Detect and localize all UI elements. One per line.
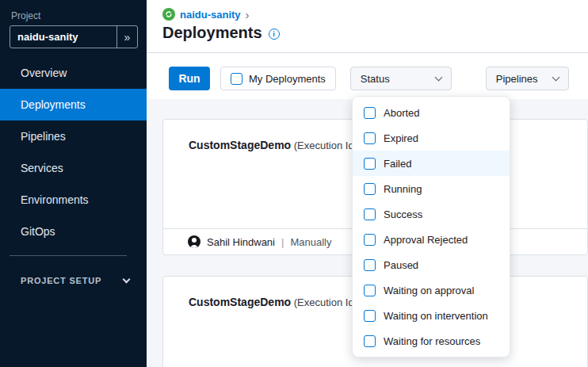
sidebar-item-label: Deployments	[21, 98, 86, 111]
status-option-label: Waiting on intervention	[384, 310, 488, 322]
checkbox-icon[interactable]	[364, 310, 376, 322]
run-button[interactable]: Run	[169, 67, 210, 90]
status-option-label: Paused	[384, 259, 418, 271]
sidebar-item-gitops[interactable]: GitOps	[0, 216, 147, 247]
chevron-down-icon	[552, 73, 559, 81]
sidebar-item-label: GitOps	[21, 225, 55, 238]
status-option-label: Approval Rejected	[384, 234, 468, 246]
status-option[interactable]: Waiting for resources	[353, 328, 510, 354]
project-setup-toggle[interactable]: PROJECT SETUP	[21, 276, 129, 285]
status-option[interactable]: Success	[353, 201, 510, 227]
pipeline-name: CustomStageDemo	[189, 296, 291, 308]
status-option-label: Failed	[384, 158, 411, 170]
checkbox-icon[interactable]	[364, 234, 376, 246]
status-option[interactable]: Approval Rejected	[353, 227, 510, 252]
pipelines-dropdown[interactable]: Pipelines	[486, 67, 569, 90]
project-selector[interactable]: naidu-sanity »	[10, 25, 138, 48]
my-deployments-filter[interactable]: My Deployments	[220, 67, 336, 90]
status-option[interactable]: Running	[353, 176, 510, 201]
sidebar-item-deployments[interactable]: Deployments	[0, 89, 147, 120]
checkbox-icon[interactable]	[364, 107, 376, 119]
status-option-label: Running	[384, 183, 422, 195]
checkbox-icon[interactable]	[364, 183, 376, 195]
project-label: Project	[11, 10, 40, 21]
sidebar-item-pipelines[interactable]: Pipelines	[0, 120, 147, 152]
chevron-down-icon	[123, 275, 131, 283]
status-option[interactable]: Paused	[353, 252, 510, 277]
sidebar-nav: Overview Deployments Pipelines Services …	[0, 57, 147, 247]
my-deployments-label: My Deployments	[249, 73, 326, 85]
status-option-label: Success	[384, 208, 422, 220]
pipeline-name: CustomStageDemo	[189, 139, 291, 151]
checkbox-icon[interactable]	[364, 208, 376, 220]
project-module-icon	[162, 8, 175, 21]
sidebar-item-overview[interactable]: Overview	[0, 57, 147, 89]
sidebar-divider	[10, 255, 127, 256]
checkbox-icon[interactable]	[364, 158, 376, 170]
sidebar-item-label: Pipelines	[21, 130, 66, 143]
status-option[interactable]: Failed	[353, 151, 510, 176]
project-setup-label: PROJECT SETUP	[21, 276, 101, 285]
status-option-label: Expired	[384, 132, 418, 144]
status-option[interactable]: Expired	[353, 125, 510, 151]
breadcrumb: naidu-sanity ›	[162, 8, 250, 21]
status-option-label: Waiting for resources	[384, 335, 480, 347]
project-name: naidu-sanity	[10, 31, 116, 43]
status-dropdown-label: Status	[361, 73, 390, 85]
status-option[interactable]: Waiting on intervention	[353, 303, 510, 328]
status-dropdown-menu: Aborted Expired Failed Running Success A…	[352, 96, 510, 357]
app-root: Project naidu-sanity » Overview Deployme…	[0, 0, 588, 367]
author-name: Sahil Hindwani	[207, 236, 275, 248]
avatar-icon	[188, 235, 200, 248]
sidebar-item-label: Overview	[21, 67, 67, 79]
info-icon[interactable]: i	[269, 29, 280, 40]
status-option[interactable]: Aborted	[353, 100, 510, 125]
sidebar-item-label: Environments	[21, 193, 89, 206]
execution-id-text: (Execution Id	[294, 140, 354, 151]
separator: |	[281, 236, 284, 248]
page-title: Deployments	[162, 24, 262, 42]
sidebar-item-services[interactable]: Services	[0, 152, 147, 184]
status-option-label: Aborted	[384, 107, 420, 119]
breadcrumb-chevron-icon: ›	[246, 9, 250, 21]
main-content: naidu-sanity › Deployments i Run My Depl…	[147, 0, 588, 367]
status-option-label: Waiting on approval	[384, 285, 474, 296]
checkbox-icon[interactable]	[364, 285, 376, 296]
status-option[interactable]: Waiting on approval	[353, 277, 510, 303]
checkbox-icon[interactable]	[364, 335, 376, 347]
checkbox-icon[interactable]	[364, 259, 376, 271]
sidebar: Project naidu-sanity » Overview Deployme…	[0, 0, 147, 367]
chevron-down-icon	[434, 73, 442, 81]
double-chevron-icon[interactable]: »	[116, 26, 137, 48]
sidebar-item-environments[interactable]: Environments	[0, 184, 147, 216]
sidebar-item-label: Services	[21, 162, 63, 174]
trigger-type: Manually	[290, 236, 331, 248]
execution-id-text: (Execution Id	[294, 296, 354, 308]
title-row: Deployments i	[162, 24, 280, 42]
toolbar: Run My Deployments Status Pipelines	[147, 53, 588, 99]
status-dropdown[interactable]: Status	[350, 67, 452, 90]
checkbox-icon[interactable]	[231, 73, 242, 85]
pipelines-dropdown-label: Pipelines	[496, 73, 538, 85]
checkbox-icon[interactable]	[364, 132, 376, 144]
breadcrumb-project-link[interactable]: naidu-sanity	[180, 9, 241, 21]
